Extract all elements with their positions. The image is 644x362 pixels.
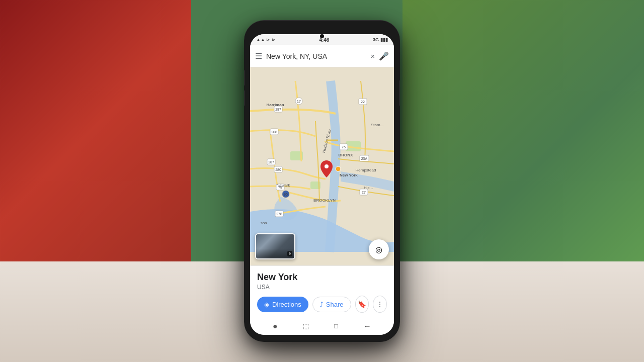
- svg-text:280: 280: [275, 168, 281, 171]
- signal-icon: 3G: [373, 37, 379, 42]
- svg-point-39: [336, 166, 341, 171]
- phone-camera: [320, 34, 324, 38]
- recents-button[interactable]: ⬚: [303, 322, 309, 330]
- bookmark-icon: 🔖: [358, 300, 366, 308]
- svg-text:Harriman: Harriman: [266, 103, 284, 107]
- share-button[interactable]: ⤴ Share: [312, 297, 351, 312]
- battery-icon: ▮▮▮: [380, 37, 388, 42]
- phone-vol-down-button: [244, 90, 245, 106]
- svg-text:287: 287: [268, 160, 274, 164]
- svg-text:25A: 25A: [361, 157, 368, 160]
- phone-device: ▲▲ ⊳ ⊳ 4:46 3G ▮▮▮ ☰ New York, NY, USA ×…: [244, 20, 400, 342]
- android-nav-bar: ● ⬚ □ ←: [250, 317, 394, 335]
- place-panel: New York USA ◈ Directions ⤴ Share 🔖: [250, 265, 394, 317]
- search-input-text[interactable]: New York, NY, USA: [266, 52, 367, 60]
- action-buttons: ◈ Directions ⤴ Share 🔖 ⋮: [257, 296, 387, 313]
- location-arrow-icon: ◎: [375, 245, 382, 254]
- location-button[interactable]: ◎: [369, 239, 389, 259]
- more-options-button[interactable]: ⋮: [373, 296, 387, 313]
- photo-count: 9: [287, 251, 292, 256]
- more-icon: ⋮: [376, 300, 383, 308]
- svg-text:Newark: Newark: [276, 183, 290, 188]
- place-name: New York: [257, 272, 387, 283]
- phone-screen: ▲▲ ⊳ ⊳ 4:46 3G ▮▮▮ ☰ New York, NY, USA ×…: [250, 34, 394, 335]
- svg-text:Hempstead: Hempstead: [356, 168, 376, 172]
- phone-body: ▲▲ ⊳ ⊳ 4:46 3G ▮▮▮ ☰ New York, NY, USA ×…: [244, 20, 400, 342]
- share-label: Share: [326, 301, 344, 308]
- svg-text:...son: ...son: [257, 221, 267, 225]
- svg-text:27: 27: [362, 191, 366, 194]
- svg-text:22: 22: [361, 100, 365, 104]
- svg-text:Stam...: Stam...: [371, 123, 383, 127]
- status-right: 3G ▮▮▮: [373, 37, 388, 42]
- search-bar[interactable]: ☰ New York, NY, USA × 🎤: [250, 45, 394, 67]
- svg-text:17: 17: [297, 100, 301, 103]
- status-icons: ▲▲ ⊳ ⊳: [256, 37, 276, 42]
- back-button[interactable]: ←: [363, 322, 371, 331]
- svg-text:287: 287: [275, 108, 281, 111]
- svg-text:BRONX: BRONX: [339, 153, 354, 157]
- map-area[interactable]: 287 17 208 287 280 95: [250, 67, 394, 265]
- place-country: USA: [257, 284, 387, 291]
- svg-text:Hic...: Hic...: [364, 186, 373, 190]
- bookmark-button[interactable]: 🔖: [355, 296, 369, 313]
- svg-text:278: 278: [276, 212, 282, 216]
- svg-text:BROOKLYN: BROOKLYN: [313, 198, 336, 203]
- directions-nav-icon: ◈: [264, 301, 269, 308]
- square-button[interactable]: □: [334, 322, 338, 330]
- status-left: ▲▲ ⊳ ⊳: [256, 37, 276, 42]
- directions-button[interactable]: ◈ Directions: [257, 297, 308, 312]
- svg-text:208: 208: [271, 130, 277, 134]
- share-icon: ⤴: [320, 301, 324, 308]
- phone-vol-up-button: [244, 70, 245, 85]
- svg-text:95: 95: [284, 193, 288, 196]
- street-view-thumbnail[interactable]: 9: [255, 233, 295, 259]
- phone-power-button: [399, 80, 400, 106]
- home-button[interactable]: ●: [273, 322, 278, 331]
- directions-label: Directions: [272, 301, 301, 308]
- svg-text:75: 75: [342, 145, 346, 149]
- hamburger-menu-icon[interactable]: ☰: [255, 51, 262, 61]
- mic-icon[interactable]: 🎤: [379, 51, 389, 61]
- svg-text:New York: New York: [340, 173, 358, 177]
- clear-search-icon[interactable]: ×: [371, 52, 375, 60]
- svg-point-38: [325, 164, 329, 168]
